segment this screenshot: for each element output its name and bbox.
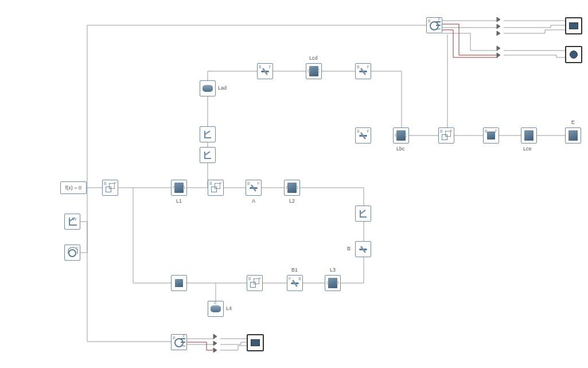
transform-mid[interactable]: B F — [208, 180, 224, 196]
label-l3: L3 — [330, 267, 336, 273]
label-l4: L4 — [226, 305, 232, 311]
cylinder-lad[interactable] — [200, 80, 216, 96]
label-lad: Lad — [218, 85, 227, 91]
solver-block[interactable]: f(x) = 0 — [60, 181, 87, 194]
label-b: B — [347, 246, 351, 251]
port-c: C — [76, 246, 79, 250]
solid-icon — [175, 279, 183, 287]
solid-icon — [524, 130, 534, 141]
frame-icon — [203, 150, 212, 160]
cylinder-l4[interactable]: q — [208, 301, 224, 317]
label-a: A — [252, 198, 255, 204]
frame-icon — [359, 209, 368, 218]
label-lbc: Lbc — [396, 146, 405, 152]
scope-circle-icon — [570, 51, 578, 59]
transform-icon — [250, 278, 259, 288]
scope-2[interactable] — [565, 46, 582, 63]
solid-l3[interactable]: C B — [325, 275, 341, 291]
port-r: R — [173, 185, 176, 189]
solid-l1[interactable]: R A — [171, 180, 187, 196]
transform-icon — [442, 131, 451, 140]
joint-icon — [260, 67, 270, 76]
solid-lce[interactable] — [521, 127, 537, 144]
solid-e[interactable] — [565, 127, 581, 144]
port-a: A — [182, 185, 185, 189]
transform-icon — [211, 183, 220, 192]
joint-b[interactable] — [355, 241, 371, 257]
label-lcd: Lcd — [309, 55, 318, 61]
sensor-top[interactable]: B F — [426, 17, 442, 33]
world-frame-block[interactable]: W — [64, 214, 80, 230]
frame-icon — [203, 130, 212, 139]
mech-config-block[interactable]: C — [64, 245, 80, 261]
scope-bottom[interactable] — [247, 334, 264, 351]
scope-screen-icon — [251, 339, 260, 346]
solid-lcd[interactable]: D C — [306, 63, 322, 79]
solid-l2[interactable]: A B — [284, 180, 300, 196]
solid-lbc[interactable]: B C — [393, 127, 409, 144]
transform-left[interactable]: B F — [102, 180, 118, 196]
joint-a[interactable]: B F — [246, 180, 262, 196]
scope-screen-icon — [569, 22, 578, 29]
frame-mid-r[interactable] — [355, 206, 371, 222]
joint-icon — [359, 131, 368, 140]
joint-right-mid[interactable]: B F — [355, 127, 371, 144]
port-b: B — [104, 181, 107, 185]
joint-icon — [359, 245, 368, 254]
frame-rot1[interactable] — [200, 126, 216, 142]
solid-r2[interactable]: B F — [483, 127, 499, 144]
sensor-bottom[interactable]: B F — [171, 334, 187, 350]
joint-top2[interactable]: B F — [355, 63, 371, 79]
label-l1: L1 — [176, 198, 182, 204]
world-icon: W — [67, 216, 77, 227]
transform-low[interactable]: B F — [247, 275, 263, 291]
frame-rot2[interactable] — [200, 147, 216, 163]
label-lce: Lce — [523, 146, 532, 152]
cylinder-icon — [211, 305, 221, 312]
scope-1[interactable] — [565, 17, 582, 34]
label-b1: B1 — [291, 267, 298, 273]
label-e: E — [571, 119, 575, 125]
solid-low-left[interactable] — [171, 275, 187, 291]
joint-icon — [359, 67, 368, 76]
transform-r1[interactable]: B F — [438, 127, 454, 144]
joint-b1[interactable]: F B — [287, 275, 303, 291]
port-f: F — [114, 181, 116, 185]
label-l2: L2 — [289, 198, 295, 204]
solver-label: f(x) = 0 — [65, 185, 81, 191]
solid-icon — [568, 130, 578, 141]
joint-icon — [249, 183, 258, 192]
cylinder-icon — [203, 85, 213, 92]
diagram-canvas[interactable]: f(x) = 0 B F W C R A L1 B F B F A A B L2… — [0, 0, 588, 368]
joint-top1[interactable]: B F — [257, 63, 273, 79]
transform-icon — [106, 183, 115, 192]
solid-icon — [487, 131, 495, 140]
